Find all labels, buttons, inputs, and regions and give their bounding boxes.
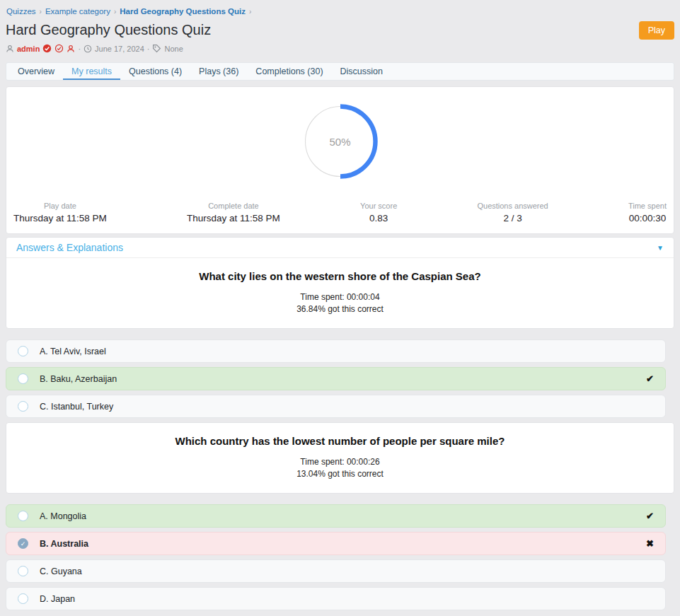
breadcrumb-current-quiz[interactable]: Hard Geography Questions Quiz bbox=[120, 7, 246, 16]
verified-badge-icon bbox=[42, 44, 52, 53]
breadcrumb-separator: › bbox=[40, 8, 42, 16]
question-2-title: Which country has the lowest number of p… bbox=[6, 435, 674, 447]
question-1-block: What city lies on the western shore of t… bbox=[6, 258, 674, 328]
tab-discussion[interactable]: Discussion bbox=[332, 63, 391, 80]
tab-questions[interactable]: Questions (4) bbox=[120, 63, 190, 80]
option-istanbul[interactable]: C. Istanbul, Turkey bbox=[6, 395, 666, 418]
results-summary-card: 50% Play date Thursday at 11:58 PM Compl… bbox=[6, 86, 674, 234]
quiz-meta: admin · June 17, 2024 · None bbox=[6, 44, 674, 53]
radio-checked-icon[interactable]: ✓ bbox=[18, 538, 28, 549]
incorrect-cross-icon: ✖ bbox=[646, 538, 654, 549]
moderator-user-icon bbox=[67, 45, 75, 53]
correct-check-icon: ✔ bbox=[646, 511, 654, 521]
tags-value: None bbox=[164, 45, 183, 53]
question-2-block: Which country has the lowest number of p… bbox=[6, 423, 674, 493]
stat-your-score: Your score 0.83 bbox=[360, 202, 397, 223]
breadcrumb: Quizzes›Example category›Hard Geography … bbox=[6, 7, 674, 16]
radio-icon[interactable] bbox=[18, 566, 28, 576]
chevron-down-icon[interactable]: ▼ bbox=[657, 244, 664, 252]
breadcrumb-separator: › bbox=[249, 8, 251, 16]
quiz-results-page: Quizzes›Example category›Hard Geography … bbox=[0, 0, 680, 616]
question-2-card: Which country has the lowest number of p… bbox=[6, 422, 674, 494]
clock-icon bbox=[83, 45, 92, 53]
tab-overview[interactable]: Overview bbox=[9, 63, 63, 80]
meta-dot: · bbox=[78, 45, 81, 53]
score-donut-chart: 50% bbox=[301, 103, 379, 180]
radio-icon[interactable] bbox=[18, 593, 28, 604]
user-icon bbox=[6, 45, 14, 53]
correct-check-icon: ✔ bbox=[646, 373, 654, 384]
question-1-correct-stat: 36.84% got this correct bbox=[6, 303, 674, 315]
publish-date: June 17, 2024 bbox=[95, 45, 144, 53]
stat-play-date: Play date Thursday at 11:58 PM bbox=[13, 202, 107, 223]
option-guyana[interactable]: C. Guyana bbox=[6, 559, 666, 583]
radio-icon[interactable] bbox=[18, 373, 28, 384]
play-button[interactable]: Play bbox=[639, 21, 674, 40]
question-2-correct-stat: 13.04% got this correct bbox=[6, 468, 674, 480]
stat-complete-date: Complete date Thursday at 11:58 PM bbox=[187, 202, 280, 223]
answers-explanations-card: Answers & Explanations ▼ What city lies … bbox=[6, 237, 674, 329]
stats-row: Play date Thursday at 11:58 PM Complete … bbox=[6, 202, 674, 233]
meta-dot: · bbox=[147, 45, 150, 53]
radio-icon[interactable] bbox=[18, 511, 28, 521]
tab-completions[interactable]: Completions (30) bbox=[247, 63, 331, 80]
option-japan[interactable]: D. Japan bbox=[6, 587, 666, 610]
tab-plays[interactable]: Plays (36) bbox=[190, 63, 247, 80]
check-circle-icon bbox=[54, 44, 64, 53]
stat-questions-answered: Questions answered 2 / 3 bbox=[477, 202, 548, 223]
question-1-time-spent: Time spent: 00:00:04 bbox=[6, 291, 674, 303]
option-mongolia[interactable]: A. Mongolia ✔ bbox=[6, 504, 666, 528]
author-link[interactable]: admin bbox=[17, 45, 40, 53]
tab-bar: Overview My results Questions (4) Plays … bbox=[6, 62, 674, 81]
radio-icon[interactable] bbox=[18, 346, 28, 356]
option-australia[interactable]: ✓ B. Australia ✖ bbox=[6, 532, 666, 555]
answers-explanations-header[interactable]: Answers & Explanations ▼ bbox=[6, 238, 674, 258]
question-1-options: A. Tel Aviv, Israel B. Baku, Azerbaijan … bbox=[6, 339, 666, 418]
radio-icon[interactable] bbox=[18, 401, 28, 412]
question-2-time-spent: Time spent: 00:00:26 bbox=[6, 456, 674, 468]
page-header: Hard Geography Questions Quiz Play bbox=[6, 21, 674, 40]
option-baku[interactable]: B. Baku, Azerbaijan ✔ bbox=[6, 367, 666, 390]
page-title: Hard Geography Questions Quiz bbox=[6, 21, 211, 39]
breadcrumb-separator: › bbox=[114, 8, 116, 16]
stat-time-spent: Time spent 00:00:30 bbox=[628, 202, 667, 223]
score-percent-label: 50% bbox=[301, 103, 379, 180]
breadcrumb-example-category[interactable]: Example category bbox=[45, 7, 110, 16]
question-2-options: A. Mongolia ✔ ✓ B. Australia ✖ C. Guyana… bbox=[6, 504, 666, 610]
breadcrumb-quizzes[interactable]: Quizzes bbox=[6, 7, 36, 16]
option-tel-aviv[interactable]: A. Tel Aviv, Israel bbox=[6, 339, 666, 363]
answers-explanations-title: Answers & Explanations bbox=[16, 242, 123, 253]
tag-icon bbox=[152, 44, 161, 53]
question-1-title: What city lies on the western shore of t… bbox=[6, 270, 674, 282]
tab-my-results[interactable]: My results bbox=[63, 63, 120, 80]
